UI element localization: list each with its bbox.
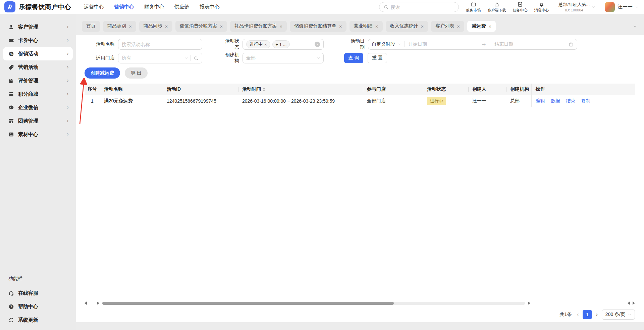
search-button[interactable]: 查 询 <box>344 53 363 63</box>
cell-activity-time: 2026-03-16 00:00:00 ~ 2026-03-23 23:59:5… <box>238 95 363 107</box>
activity-date-label: 活动日期 <box>347 38 368 50</box>
close-icon[interactable]: × <box>457 24 460 29</box>
quick-service-market[interactable]: 服务市场 <box>466 1 481 13</box>
sidebar-item-help-center[interactable]: ? 帮助中心 <box>0 300 76 313</box>
sidebar-item-material[interactable]: 素材中心› <box>3 128 73 141</box>
sidebar-item-marketing[interactable]: 营销活动› <box>3 60 73 74</box>
clear-icon[interactable]: × <box>315 42 320 47</box>
close-icon[interactable]: × <box>220 24 223 29</box>
activity-name-input[interactable] <box>122 42 199 47</box>
scrollbar-track[interactable] <box>102 302 525 305</box>
sidebar-item-points-mall[interactable]: 积分商城› <box>3 87 73 101</box>
tab-product-sync[interactable]: 商品同步× <box>139 21 172 32</box>
close-icon[interactable]: × <box>339 24 342 29</box>
close-icon[interactable]: × <box>165 24 168 29</box>
page-size-select[interactable]: 200 条/页 <box>602 310 635 320</box>
cell-stores: 全部门店 <box>363 95 423 107</box>
close-icon[interactable]: × <box>129 24 132 29</box>
sidebar-item-online-support[interactable]: 在线客服 <box>0 286 76 300</box>
nav-report-center[interactable]: 报表中心 <box>200 4 220 10</box>
activity-name-field[interactable] <box>118 39 202 50</box>
close-icon[interactable]: × <box>488 24 491 29</box>
sort-icon[interactable] <box>263 87 265 91</box>
status-more-chip[interactable]: + 1 ... <box>272 40 290 48</box>
scrollbar-thumb[interactable] <box>102 302 394 305</box>
scroll-right-icon[interactable] <box>528 301 530 305</box>
sidebar-item-coupon[interactable]: 卡券中心› <box>3 34 73 47</box>
search-icon[interactable] <box>194 56 199 61</box>
scroll-left-icon[interactable] <box>628 301 630 305</box>
tab-product-category[interactable]: 商品类别× <box>103 21 136 32</box>
table-row: 1 满20元免运费 1240251586679199745 2026-03-16… <box>85 95 635 107</box>
reset-button[interactable]: 重 置 <box>368 53 387 63</box>
nav-supply-chain[interactable]: 供应链 <box>174 4 190 10</box>
nav-marketing-center[interactable]: 营销中心 <box>114 4 134 10</box>
calendar-icon[interactable] <box>569 42 574 47</box>
sidebar-item-promotion[interactable]: % 促销活动› <box>3 47 73 60</box>
activity-status-select[interactable]: 进行中× + 1 ... × <box>243 39 324 50</box>
sidebar-item-review[interactable]: 评价管理› <box>3 74 73 87</box>
scroll-right-icon[interactable] <box>97 301 99 305</box>
nav-finance-center[interactable]: 财务中心 <box>144 4 164 10</box>
global-search[interactable] <box>379 2 459 12</box>
tab-stored-split-statement[interactable]: 储值消费分账结算单× <box>290 21 346 32</box>
close-icon[interactable]: × <box>375 24 378 29</box>
tab-home[interactable]: 首页 <box>82 21 100 32</box>
range-arrow-icon: → <box>482 42 486 47</box>
status-chip[interactable]: 进行中× <box>246 40 270 48</box>
close-icon[interactable]: × <box>279 24 282 29</box>
quick-task-center[interactable]: 任务中心 <box>513 1 528 13</box>
app-title: 乐檬餐饮商户中心 <box>19 3 71 11</box>
coupon-icon <box>8 38 14 43</box>
date-range-type[interactable]: 自定义时段 <box>372 41 395 47</box>
user-menu[interactable]: 汪一一 <box>605 2 639 12</box>
export-button[interactable]: 导 出 <box>125 67 148 79</box>
quick-client-download[interactable]: 客户端下载 <box>488 1 506 13</box>
quick-message-center[interactable]: 消息中心 <box>534 1 549 13</box>
edit-icon <box>8 78 14 84</box>
scroll-right-icon[interactable] <box>633 301 635 305</box>
reduce-shipping-panel: 活动名称 活动状态 进行中× + 1 ... × 活动日期 自定义时段 开始日期… <box>76 35 644 322</box>
headset-icon <box>8 290 14 296</box>
nav-operation-center[interactable]: 运营中心 <box>84 4 104 10</box>
next-page-icon[interactable]: › <box>596 311 598 318</box>
tab-giftcard-split-plan[interactable]: 礼品卡消费分账方案× <box>230 21 287 32</box>
cell-activity-name: 满20元免运费 <box>100 95 163 107</box>
tabs-dropdown-button[interactable] <box>631 22 639 31</box>
tab-business-detail[interactable]: 营业明细× <box>350 21 383 32</box>
col-activity-time[interactable]: 活动时间 <box>238 84 363 95</box>
store-select[interactable]: 所有 <box>118 53 202 63</box>
sidebar-item-group-buy[interactable]: 团购管理› <box>3 114 73 128</box>
end-link[interactable]: 结束 <box>566 98 575 104</box>
open-tabs-bar: 首页 商品类别× 商品同步× 储值消费分账方案× 礼品卡消费分账方案× 储值消费… <box>76 14 644 35</box>
activity-status-label: 活动状态 <box>222 38 243 50</box>
tab-income-discount-stats[interactable]: 收入优惠统计× <box>386 21 428 32</box>
sidebar-item-wecom[interactable]: 企业微信› <box>3 101 73 114</box>
page-1-button[interactable]: 1 <box>583 310 592 319</box>
cell-index: 1 <box>85 95 100 107</box>
col-creator: 创建人 <box>468 84 506 95</box>
data-link[interactable]: 数据 <box>551 98 560 104</box>
sidebar-item-customer[interactable]: 客户管理› <box>3 20 73 34</box>
create-reduce-shipping-button[interactable]: 创建减运费 <box>85 67 120 79</box>
table-header-row: 序号 活动名称 活动ID 活动时间 参与门店 活动状态 创建人 创建机构 操作 <box>85 84 635 95</box>
copy-link[interactable]: 复制 <box>581 98 590 104</box>
sidebar-item-system-update[interactable]: 系统更新 <box>0 313 76 327</box>
tab-customer-list[interactable]: 客户列表× <box>431 21 464 32</box>
tab-reduce-shipping[interactable]: 减运费× <box>467 21 496 32</box>
svg-text:?: ? <box>10 304 12 308</box>
close-icon[interactable]: × <box>421 24 424 29</box>
chevron-down-icon <box>317 56 320 60</box>
end-date-placeholder[interactable]: 结束日期 <box>494 41 513 47</box>
store-label: 适用门店 <box>76 55 118 61</box>
start-date-placeholder[interactable]: 开始日期 <box>408 41 427 47</box>
activity-date-range[interactable]: 自定义时段 开始日期 → 结束日期 <box>368 39 577 50</box>
tab-stored-split-plan[interactable]: 储值消费分账方案× <box>175 21 227 32</box>
org-switcher[interactable]: 总部/年轻人第... ID: 100004 <box>559 2 595 12</box>
create-org-select[interactable]: 全部 <box>243 53 324 63</box>
scroll-left-icon[interactable] <box>85 301 87 305</box>
prev-page-icon[interactable]: ‹ <box>577 311 579 318</box>
close-icon[interactable]: × <box>264 42 267 47</box>
edit-link[interactable]: 编辑 <box>536 98 545 104</box>
global-search-input[interactable] <box>391 4 448 10</box>
